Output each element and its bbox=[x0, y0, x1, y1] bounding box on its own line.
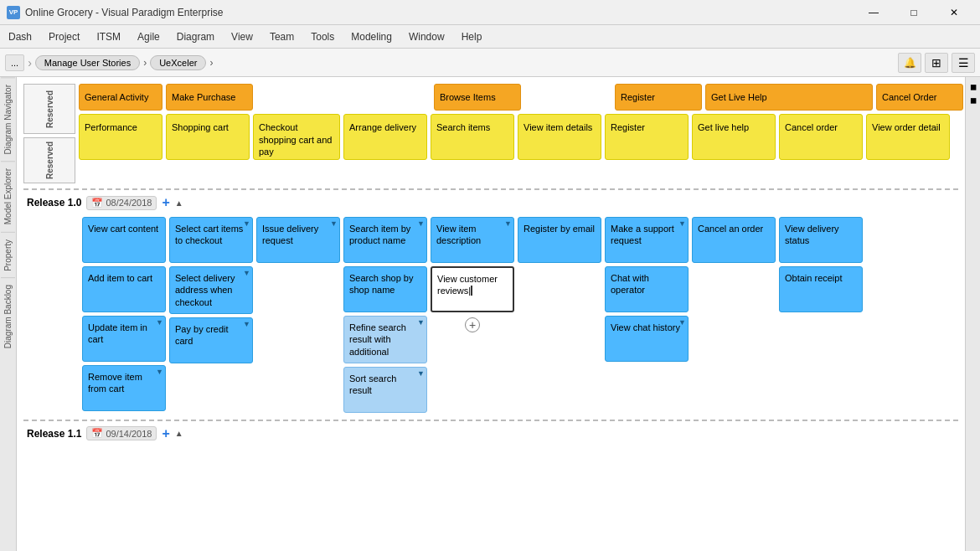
sidebar-tab-diagram-backlog[interactable]: Diagram Backlog bbox=[1, 277, 15, 355]
main-layout: Diagram Navigator Model Explorer Propert… bbox=[0, 77, 980, 551]
epic-browse-items[interactable]: Browse Items bbox=[434, 84, 521, 111]
epic-spacer-1 bbox=[256, 84, 431, 111]
view-chat-arrow: ▼ bbox=[678, 318, 686, 328]
menu-modeling[interactable]: Modeling bbox=[343, 28, 400, 46]
story-remove-item[interactable]: Remove item from cart ▼ bbox=[82, 365, 166, 411]
grid-view-button[interactable]: ⊞ bbox=[925, 53, 948, 73]
reserved-column: Reserved Reserved bbox=[23, 84, 75, 183]
breadcrumb-uexceler[interactable]: UeXceler bbox=[150, 55, 206, 70]
theme-view-item-details[interactable]: View item details bbox=[518, 114, 601, 160]
menu-help[interactable]: Help bbox=[453, 28, 491, 46]
release-1-stories: View cart content Add item to cart Updat… bbox=[27, 217, 958, 413]
story-view-cart[interactable]: View cart content bbox=[82, 217, 166, 263]
story-issue-delivery-label: Issue delivery request bbox=[262, 224, 318, 245]
theme-arrange-delivery[interactable]: Arrange delivery bbox=[343, 114, 427, 160]
story-refine-search-label: Refine search result with additional bbox=[349, 322, 406, 357]
menu-agile[interactable]: Agile bbox=[129, 28, 168, 46]
maximize-button[interactable]: □ bbox=[895, 0, 933, 25]
update-item-arrow: ▼ bbox=[156, 318, 163, 328]
theme-checkout[interactable]: Checkout shopping cart and pay bbox=[253, 114, 340, 160]
theme-search-items[interactable]: Search items bbox=[431, 114, 514, 160]
add-story-button-view-item[interactable]: + bbox=[465, 317, 480, 332]
epic-spacer-2 bbox=[524, 84, 611, 111]
remove-item-arrow: ▼ bbox=[156, 368, 163, 378]
story-view-description[interactable]: View item description ▼ bbox=[431, 217, 514, 263]
epic-general-activity[interactable]: General Activity bbox=[79, 84, 162, 111]
story-search-name-label: Search item by product name bbox=[349, 224, 410, 245]
sort-search-arrow: ▼ bbox=[417, 369, 425, 379]
story-cancel-order[interactable]: Cancel an order bbox=[692, 217, 776, 263]
calendar-icon: 📅 bbox=[91, 198, 103, 209]
story-register-email[interactable]: Register by email bbox=[518, 217, 601, 263]
theme-shopping-cart[interactable]: Shopping cart bbox=[166, 114, 250, 160]
story-view-reviews-label[interactable]: View customer reviews bbox=[437, 274, 498, 296]
release-1-add-button[interactable]: + bbox=[162, 195, 169, 210]
menu-dash[interactable]: Dash bbox=[0, 28, 40, 46]
calendar-icon-2: 📅 bbox=[91, 428, 103, 439]
story-search-shop[interactable]: Search shop by shop name bbox=[343, 266, 427, 312]
theme-view-order-detail[interactable]: View order detail bbox=[866, 114, 950, 160]
story-remove-item-label: Remove item from cart bbox=[88, 372, 142, 394]
story-map[interactable]: Reserved Reserved General Activity Make … bbox=[17, 77, 965, 551]
theme-performance[interactable]: Performance bbox=[79, 114, 162, 160]
breadcrumb-manage-user-stories[interactable]: Manage User Stories bbox=[35, 55, 140, 70]
theme-get-live-help[interactable]: Get live help bbox=[692, 114, 776, 160]
select-cart-arrow: ▼ bbox=[243, 219, 250, 229]
close-button[interactable]: ✕ bbox=[935, 0, 973, 25]
menu-project[interactable]: Project bbox=[40, 28, 88, 46]
sidebar-tab-diagram-navigator[interactable]: Diagram Navigator bbox=[1, 77, 15, 161]
epic-get-live-help[interactable]: Get Live Help bbox=[705, 84, 873, 111]
breadcrumb: Manage User Stories › UeXceler › bbox=[35, 55, 214, 70]
epic-make-purchase[interactable]: Make Purchase bbox=[166, 84, 253, 111]
story-make-support[interactable]: Make a support request ▼ bbox=[605, 217, 689, 263]
story-select-cart[interactable]: Select cart items to checkout ▼ bbox=[169, 217, 253, 263]
story-pay-credit[interactable]: Pay by credit card ▼ bbox=[169, 317, 253, 363]
story-select-delivery[interactable]: Select delivery address when checkout ▼ bbox=[169, 266, 253, 314]
minimize-button[interactable]: — bbox=[854, 0, 893, 25]
story-issue-delivery[interactable]: Issue delivery request ▼ bbox=[256, 217, 340, 263]
release-1-collapse-button[interactable]: ▲ bbox=[175, 198, 183, 208]
theme-register[interactable]: Register bbox=[605, 114, 689, 160]
toolbar-right-icons: 🔔 ⊞ ☰ bbox=[898, 53, 975, 73]
theme-shopping-cart-label: Shopping cart bbox=[172, 122, 229, 132]
story-add-item[interactable]: Add item to cart bbox=[82, 266, 166, 312]
epic-register[interactable]: Register bbox=[615, 84, 702, 111]
story-search-shop-label: Search shop by shop name bbox=[349, 273, 413, 295]
menu-window[interactable]: Window bbox=[400, 28, 453, 46]
col-shopping-cart: View cart content Add item to cart Updat… bbox=[82, 217, 166, 411]
release-2-collapse-button[interactable]: ▲ bbox=[175, 429, 183, 438]
story-view-reviews[interactable]: View customer reviews| bbox=[431, 266, 514, 312]
col-view-order: View delivery status Obtain receipt bbox=[779, 217, 863, 312]
epic-cancel-order-label: Cancel Order bbox=[882, 92, 936, 102]
story-refine-search[interactable]: Refine search result with additional ▼ bbox=[343, 316, 427, 363]
epic-cancel-order[interactable]: Cancel Order bbox=[876, 84, 963, 111]
theme-cancel-order[interactable]: Cancel order bbox=[779, 114, 863, 160]
notification-button[interactable]: 🔔 bbox=[898, 53, 921, 73]
story-view-chat[interactable]: View chat history ▼ bbox=[605, 316, 689, 362]
menu-button[interactable]: ☰ bbox=[952, 53, 975, 73]
col-search: Search item by product name ▼ Search sho… bbox=[343, 217, 427, 413]
story-update-item[interactable]: Update item in cart ▼ bbox=[82, 316, 166, 362]
epic-get-live-help-label: Get Live Help bbox=[711, 92, 767, 102]
col-live-help: Make a support request ▼ Chat with opera… bbox=[605, 217, 689, 362]
story-view-cart-label: View cart content bbox=[88, 224, 158, 234]
menu-diagram[interactable]: Diagram bbox=[168, 28, 223, 46]
release-2-title: Release 1.1 bbox=[27, 428, 81, 440]
menu-view[interactable]: View bbox=[223, 28, 261, 46]
menu-team[interactable]: Team bbox=[261, 28, 302, 46]
menu-tools[interactable]: Tools bbox=[302, 28, 343, 46]
story-view-delivery[interactable]: View delivery status bbox=[779, 217, 863, 263]
story-sort-search[interactable]: Sort search result ▼ bbox=[343, 367, 427, 413]
release-2-add-button[interactable]: + bbox=[162, 426, 169, 441]
toolbar-ellipsis[interactable]: ... bbox=[5, 54, 24, 71]
sidebar-tab-model-explorer[interactable]: Model Explorer bbox=[1, 161, 15, 231]
right-icon-1[interactable]: ◼ bbox=[967, 80, 979, 92]
menu-itsm[interactable]: ITSM bbox=[88, 28, 129, 46]
sidebar-tab-property[interactable]: Property bbox=[1, 232, 15, 278]
app-icon: VP bbox=[7, 6, 20, 19]
epics-themes-columns: General Activity Make Purchase Browse It… bbox=[79, 84, 965, 183]
story-search-name[interactable]: Search item by product name ▼ bbox=[343, 217, 427, 263]
story-chat-operator[interactable]: Chat with operator bbox=[605, 266, 689, 312]
story-obtain-receipt[interactable]: Obtain receipt bbox=[779, 266, 863, 312]
right-icon-2[interactable]: ◼ bbox=[967, 94, 979, 106]
